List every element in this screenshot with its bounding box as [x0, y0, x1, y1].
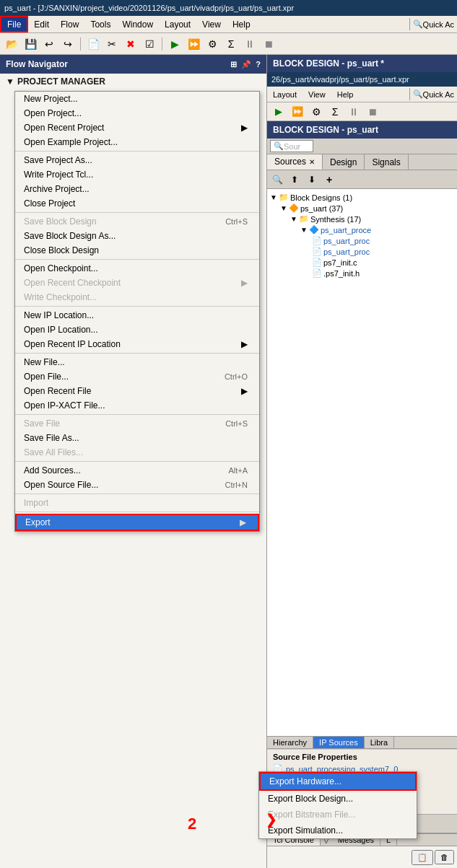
- project-manager-section[interactable]: ▼ PROJECT MANAGER: [0, 74, 266, 89]
- flow-nav-help-icon[interactable]: ?: [256, 60, 261, 69]
- tab-sources-close-icon[interactable]: ✕: [309, 158, 315, 166]
- src-add-btn[interactable]: +: [322, 173, 336, 186]
- menu-window[interactable]: Window: [116, 16, 159, 32]
- tb2-sigma-btn[interactable]: Σ: [326, 104, 344, 120]
- tab-design[interactable]: Design: [323, 154, 365, 170]
- tb2-pause-btn[interactable]: ⏸: [345, 104, 362, 120]
- menu-open-file[interactable]: Open File... Ctrl+O: [15, 369, 259, 384]
- menu-open-checkpoint[interactable]: Open Checkpoint...: [15, 261, 259, 276]
- tree-process-expand-icon[interactable]: ▼: [300, 226, 308, 234]
- menu2-layout[interactable]: Layout: [267, 87, 303, 102]
- quick-ac-label: Quick Ac: [423, 20, 454, 29]
- tb-redo-btn[interactable]: ↪: [59, 36, 77, 52]
- tb-undo-btn[interactable]: ↩: [40, 36, 58, 52]
- tree-ps-uart-label: ps_uart (37): [300, 204, 343, 213]
- menu-close-block-design[interactable]: Close Block Design: [15, 243, 259, 258]
- tb-check-btn[interactable]: ☑: [141, 36, 158, 52]
- tree-file4-label: .ps7_init.h: [323, 269, 360, 278]
- flow-nav-pin-icon[interactable]: 📌: [241, 60, 251, 69]
- tb-gear-btn[interactable]: ⚙: [204, 36, 221, 52]
- menu-add-sources-label: Add Sources...: [24, 465, 81, 475]
- menu-tools[interactable]: Tools: [84, 16, 116, 32]
- menu-add-sources[interactable]: Add Sources... Alt+A: [15, 463, 259, 478]
- export-hardware-label: Export Hardware...: [269, 776, 341, 786]
- tab-signals[interactable]: Signals: [365, 154, 408, 170]
- tree-synthesis: ▼ 📁 Synthesis (17): [270, 214, 454, 224]
- export-block-design[interactable]: Export Block Design...: [259, 791, 417, 807]
- menu-write-project-tcl[interactable]: Write Project Tcl...: [15, 167, 259, 182]
- menu-export[interactable]: Export ▶: [15, 514, 259, 531]
- export-bitstream-label: Export Bitstream File...: [268, 810, 355, 820]
- menu-save-file-as[interactable]: Save File As...: [15, 431, 259, 445]
- tb-open-btn[interactable]: 📂: [3, 36, 20, 52]
- menu-save-block-design-as-label: Save Block Design As...: [24, 231, 116, 241]
- menu-open-example[interactable]: Open Example Project...: [15, 135, 259, 149]
- menu-save-project-as[interactable]: Save Project As...: [15, 153, 259, 167]
- menu-new-file[interactable]: New File...: [15, 355, 259, 369]
- tree-synthesis-expand-icon[interactable]: ▼: [290, 215, 297, 223]
- tb-save-btn[interactable]: 💾: [22, 36, 39, 52]
- menu-open-project[interactable]: Open Project...: [15, 106, 259, 120]
- menu-save-all-files-label: Save All Files...: [24, 447, 83, 457]
- save-file-shortcut: Ctrl+S: [211, 419, 248, 428]
- tree-process-label: ps_uart_proce: [321, 226, 371, 234]
- src-search-btn[interactable]: 🔍: [270, 173, 284, 186]
- menu-open-source-file[interactable]: Open Source File... Ctrl+N: [15, 478, 259, 492]
- tb2-gear-btn[interactable]: ⚙: [308, 104, 325, 120]
- sep7: [15, 461, 259, 462]
- menu-new-ip-location[interactable]: New IP Location...: [15, 308, 259, 323]
- tb-delete-btn[interactable]: ✖: [122, 36, 139, 52]
- menu-archive-project[interactable]: Archive Project...: [15, 182, 259, 196]
- tab-sources[interactable]: Sources ✕: [267, 154, 323, 170]
- menu-edit[interactable]: Edit: [28, 16, 55, 32]
- tree-folder-icon: 📁: [279, 193, 289, 202]
- menu-open-ip-xact[interactable]: Open IP-XACT File...: [15, 398, 259, 413]
- export-hardware[interactable]: Export Hardware...: [259, 772, 417, 791]
- menu-open-ip-location[interactable]: Open IP Location...: [15, 323, 259, 337]
- menu-view[interactable]: View: [196, 16, 227, 32]
- menu-close-project[interactable]: Close Project: [15, 196, 259, 211]
- menu-help[interactable]: Help: [227, 16, 256, 32]
- menu-save-file: Save File Ctrl+S: [15, 416, 259, 431]
- tb-run2-btn[interactable]: ⏩: [185, 36, 202, 52]
- export-simulation[interactable]: Export Simulation...: [259, 823, 417, 838]
- flow-nav-minimize-icon[interactable]: ⊞: [230, 60, 237, 69]
- add-sources-shortcut: Alt+A: [214, 466, 248, 475]
- tb-stop-btn[interactable]: ⏹: [260, 36, 277, 52]
- tb-copy-btn[interactable]: 📄: [84, 36, 102, 52]
- tree-ps-uart: ▼ 🔶 ps_uart (37): [270, 203, 454, 214]
- src-collapse-btn[interactable]: ⬇: [305, 173, 319, 186]
- menu-file[interactable]: File: [0, 16, 28, 32]
- menu-open-recent-file[interactable]: Open Recent File ▶: [15, 384, 259, 398]
- tcl-clear-btn[interactable]: 🗑: [435, 850, 454, 864]
- src-expand-btn[interactable]: ⬆: [287, 173, 302, 186]
- menu-open-recent-ip-location[interactable]: Open Recent IP Location ▶: [15, 337, 259, 351]
- sources-search-box[interactable]: 🔍 Sour: [270, 140, 313, 152]
- tcl-copy-btn[interactable]: 📋: [412, 850, 433, 865]
- menu2-help[interactable]: Help: [331, 87, 360, 102]
- tb2-stop-btn[interactable]: ⏹: [364, 104, 381, 120]
- menu-layout[interactable]: Layout: [159, 16, 196, 32]
- hier-tab-libra[interactable]: Libra: [365, 737, 394, 748]
- export-submenu: Export Hardware... Export Block Design..…: [258, 771, 417, 839]
- tb-cut-btn[interactable]: ✂: [103, 36, 121, 52]
- menu-save-block-design-as[interactable]: Save Block Design As...: [15, 229, 259, 243]
- quick-ac-icon2: 🔍: [413, 89, 423, 99]
- tb-run-btn[interactable]: ▶: [166, 36, 183, 52]
- tb-sigma-btn[interactable]: Σ: [222, 36, 240, 52]
- hier-tab-ip-sources[interactable]: IP Sources: [313, 737, 365, 748]
- tree-expand-icon[interactable]: ▼: [270, 193, 277, 201]
- menu2-view[interactable]: View: [303, 87, 331, 102]
- menu-open-recent-project[interactable]: Open Recent Project ▶: [15, 120, 259, 135]
- tab-signals-label: Signals: [372, 157, 400, 167]
- menu-flow[interactable]: Flow: [55, 16, 84, 32]
- tb-sep1: [80, 38, 81, 51]
- tree-ps-uart-expand-icon[interactable]: ▼: [280, 204, 287, 212]
- sources-search-icon: 🔍: [274, 141, 284, 151]
- menu-new-project[interactable]: New Project...: [15, 92, 259, 106]
- tb2-run2-btn[interactable]: ⏩: [289, 104, 306, 120]
- menu-save-file-as-label: Save File As...: [24, 433, 79, 443]
- tb2-run-btn[interactable]: ▶: [270, 104, 287, 120]
- tb-pause-btn[interactable]: ⏸: [241, 36, 258, 52]
- hier-tab-hierarchy[interactable]: Hierarchy: [267, 737, 313, 748]
